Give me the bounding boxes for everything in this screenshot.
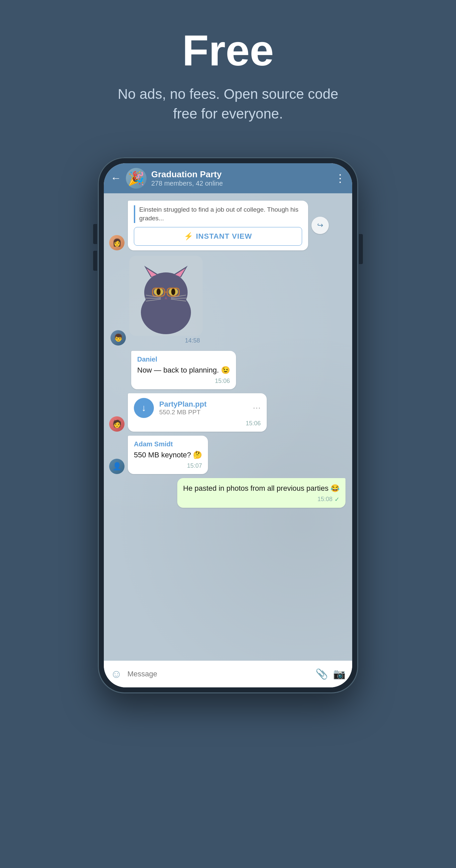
sticker-message-row: 👦 A = πr² V = l³ s = √(r²+h²) A = πr² + … <box>104 252 352 349</box>
back-button[interactable]: ← <box>111 172 121 184</box>
article-message-row: 👩 Einstein struggled to find a job out o… <box>104 199 352 252</box>
sticker-time: 14:58 <box>129 336 203 345</box>
attach-button[interactable]: 📎 <box>315 668 328 680</box>
hero-section: Free No ads, no fees. Open source code f… <box>98 0 358 144</box>
adam-bubble: Adam Smidt 550 MB keynote? 🤔 15:07 <box>128 436 208 474</box>
chat-area: 👩 Einstein struggled to find a job out o… <box>104 193 352 661</box>
article-bubble: Einstein struggled to find a job out of … <box>128 200 308 250</box>
file-message-row: 🧑 ↓ PartyPlan.ppt 550.2 MB PPT ⋯ 1 <box>104 391 352 434</box>
daniel-message-row: Daniel Now — back to planning. 😉 15:06 <box>104 349 352 391</box>
adam-message-text: 550 MB keynote? 🤔 <box>134 450 202 460</box>
daniel-message-meta: 15:06 <box>137 378 230 384</box>
sticker-background: A = πr² V = l³ s = √(r²+h²) A = πr² + πr… <box>129 256 203 336</box>
article-preview: Einstein struggled to find a job out of … <box>134 205 302 223</box>
file-message-meta: 15:06 <box>134 420 261 427</box>
phone-outer: ← 🎉 Graduation Party 278 members, 42 onl… <box>98 157 358 693</box>
input-bar: ☺ 📎 📷 <box>104 661 352 687</box>
article-text: Einstein struggled to find a job out of … <box>139 205 302 223</box>
message-input[interactable] <box>127 670 310 678</box>
adam-sender-name: Adam Smidt <box>134 440 202 448</box>
own-message-meta: 15:08 ✓ <box>183 496 339 503</box>
adam-message-meta: 15:07 <box>134 462 202 469</box>
phone-wrapper: ← 🎉 Graduation Party 278 members, 42 onl… <box>98 157 358 693</box>
group-name: Graduation Party <box>151 169 330 180</box>
group-avatar: 🎉 <box>126 168 147 189</box>
daniel-sender-name: Daniel <box>137 355 230 363</box>
file-message-time: 15:06 <box>246 420 261 427</box>
daniel-message-text: Now — back to planning. 😉 <box>137 365 230 376</box>
file-menu-button[interactable]: ⋯ <box>253 403 261 413</box>
own-bubble: He pasted in photos from all previous pa… <box>177 478 345 508</box>
avatar-girl: 👩 <box>109 235 124 250</box>
svg-line-15 <box>145 298 160 299</box>
hero-subtitle: No ads, no fees. Open source code free f… <box>111 85 345 124</box>
phone-screen: ← 🎉 Graduation Party 278 members, 42 onl… <box>104 163 352 687</box>
share-button[interactable]: ↪ <box>311 217 329 234</box>
daniel-message-time: 15:06 <box>215 378 230 384</box>
own-message-time: 15:08 <box>317 496 333 503</box>
cat-sticker-svg <box>129 256 203 336</box>
header-menu-button[interactable]: ⋮ <box>335 172 345 185</box>
emoji-button[interactable]: ☺ <box>111 668 122 680</box>
group-members: 278 members, 42 online <box>151 180 330 187</box>
avatar-boy1: 👦 <box>111 330 126 345</box>
file-bubble: ↓ PartyPlan.ppt 550.2 MB PPT ⋯ <box>134 398 261 418</box>
file-download-button[interactable]: ↓ <box>134 398 154 418</box>
svg-point-8 <box>157 288 160 295</box>
header-info: Graduation Party 278 members, 42 online <box>151 169 330 187</box>
sticker-container: A = πr² V = l³ s = √(r²+h²) A = πr² + πr… <box>129 256 203 345</box>
own-message-text: He pasted in photos from all previous pa… <box>183 483 339 494</box>
hero-title: Free <box>111 27 345 74</box>
daniel-bubble: Daniel Now — back to planning. 😉 15:06 <box>131 351 236 389</box>
avatar-adam: 👤 <box>109 459 124 474</box>
file-name: PartyPlan.ppt <box>159 400 247 409</box>
adam-message-time: 15:07 <box>187 462 202 469</box>
instant-view-label: INSTANT VIEW <box>196 232 252 241</box>
file-info: PartyPlan.ppt 550.2 MB PPT <box>159 400 247 416</box>
file-bubble-wrapper: ↓ PartyPlan.ppt 550.2 MB PPT ⋯ 15:06 <box>128 393 267 432</box>
camera-button[interactable]: 📷 <box>333 668 345 680</box>
avatar-boy2: 🧑 <box>109 416 124 432</box>
svg-line-18 <box>171 298 187 299</box>
own-message-row: He pasted in photos from all previous pa… <box>104 476 352 510</box>
file-size: 550.2 MB PPT <box>159 409 247 416</box>
instant-view-icon: ⚡ <box>184 232 193 241</box>
chat-header: ← 🎉 Graduation Party 278 members, 42 onl… <box>104 163 352 193</box>
adam-message-row: 👤 Adam Smidt 550 MB keynote? 🤔 15:07 <box>104 434 352 476</box>
svg-point-9 <box>171 288 175 295</box>
instant-view-button[interactable]: ⚡ INSTANT VIEW <box>134 227 302 246</box>
message-check-icon: ✓ <box>334 496 339 503</box>
